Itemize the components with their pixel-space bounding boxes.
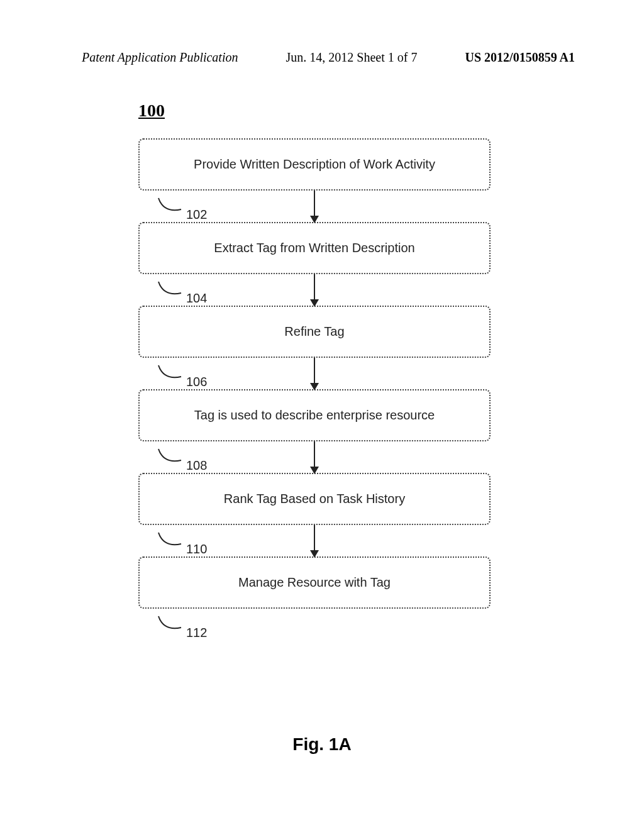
step-callout: 106 [157,357,207,383]
step-number: 112 [186,626,207,640]
flow-arrow-icon [314,358,315,389]
step-box: Extract Tag from Written Description [138,222,491,274]
step-callout: 112 [157,607,207,634]
flow-arrow-icon [314,525,315,556]
step-box: Rank Tag Based on Task History [138,473,491,525]
step-box: Refine Tag [138,306,491,358]
header-center: Jun. 14, 2012 Sheet 1 of 7 [286,50,418,65]
step-number: 102 [186,208,207,222]
step-callout: 104 [157,273,207,299]
step-number: 104 [186,291,207,306]
callout-arc-icon [157,615,182,634]
step-box: Provide Written Description of Work Acti… [138,138,491,191]
step-callout: 108 [157,440,207,467]
figure-reference-number: 100 [138,101,503,121]
flow-arrow-icon [314,191,315,222]
page-header: Patent Application Publication Jun. 14, … [0,50,644,65]
header-right: US 2012/0150859 A1 [465,50,575,65]
callout-arc-icon [157,531,182,550]
step-number: 106 [186,375,207,389]
step-112: Manage Resource with Tag 112 [138,556,491,634]
figure-caption: Fig. 1A [0,734,644,755]
step-number: 108 [186,458,207,473]
step-box: Tag is used to describe enterprise resou… [138,389,491,441]
callout-arc-icon [157,364,182,383]
step-box: Manage Resource with Tag [138,556,491,609]
flow-arrow-icon [314,441,315,473]
flowchart-column: Provide Written Description of Work Acti… [126,138,503,634]
callout-arc-icon [157,280,182,299]
header-left: Patent Application Publication [82,50,238,65]
step-callout: 110 [157,524,207,550]
callout-arc-icon [157,448,182,467]
step-callout: 102 [157,189,207,216]
flowchart-figure: 100 Provide Written Description of Work … [126,101,503,634]
callout-arc-icon [157,197,182,216]
step-number: 110 [186,542,207,556]
flow-arrow-icon [314,274,315,306]
